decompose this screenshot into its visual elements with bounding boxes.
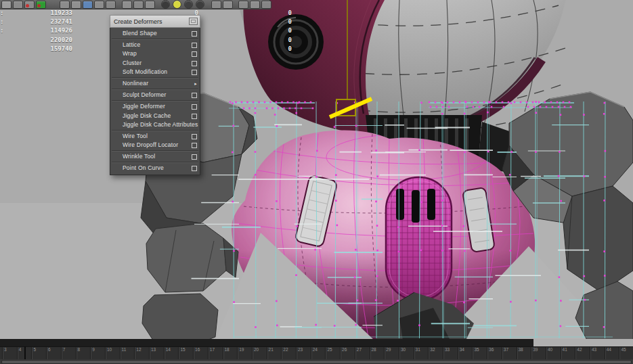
timeline-frame-14[interactable]: 14 [164,347,179,360]
timeline-frame-11[interactable]: 11 [120,347,135,360]
hud-value [0,36,5,45]
timeline-frame-label: 22 [283,347,288,352]
time-slider[interactable]: 3456789101112131415161718192021222324252… [0,346,633,361]
timeline-frame-43[interactable]: 43 [590,347,605,360]
toolbar-icon-8[interactable] [94,1,104,9]
menu-title-bar[interactable]: Create Deformers [110,15,200,28]
toolbar-icon-21[interactable] [261,1,271,9]
timeline-frame-38[interactable]: 38 [517,347,532,360]
toolbar-icon-20[interactable] [250,1,260,9]
menu-item-jiggle-deformer[interactable]: Jiggle Deformer [110,102,200,111]
timeline-frame-42[interactable]: 42 [575,347,590,360]
option-box-icon[interactable] [192,154,197,160]
toolbar-icon-17[interactable] [211,1,221,9]
timeline-frame-15[interactable]: 15 [178,347,194,360]
toolbar-icon-15[interactable] [184,0,193,9]
timeline-frame-17[interactable]: 17 [208,347,223,360]
timeline-frame-44[interactable]: 44 [605,347,620,360]
timeline-frame-16[interactable]: 16 [193,347,209,360]
timeline-frame-35[interactable]: 35 [472,347,487,360]
timeline-frame-19[interactable]: 19 [237,347,253,360]
menu-item-nonlinear[interactable]: Nonlinear▸ [110,79,200,88]
timeline-frame-29[interactable]: 29 [384,347,399,360]
range-slider-bar[interactable] [1,360,632,364]
timeline-frame-41[interactable]: 41 [561,347,576,360]
timeline-frame-26[interactable]: 26 [340,347,355,360]
menu-item-blend-shape[interactable]: Blend Shape [110,29,200,38]
timeline-frame-21[interactable]: 21 [267,347,282,360]
toolbar-icon-1[interactable] [1,1,12,9]
timeline-frame-33[interactable]: 33 [443,347,458,360]
toolbar-icon-12[interactable] [145,1,155,9]
menu-item-jiggle-disk-cache-attributes[interactable]: Jiggle Disk Cache Attributes [110,120,200,129]
menu-item-sculpt-deformer[interactable]: Sculpt Deformer [110,91,200,99]
option-box-icon[interactable] [192,51,197,57]
option-box-icon[interactable] [192,43,197,48]
toolbar-icon-2[interactable] [13,1,23,9]
option-box-icon[interactable] [192,93,197,98]
menu-item-wrinkle-tool[interactable]: Wrinkle Tool [110,152,200,161]
toolbar-icon-5[interactable] [60,1,70,9]
timeline-frame-28[interactable]: 28 [370,347,385,360]
timeline-frame-13[interactable]: 13 [149,347,165,360]
menu-item-jiggle-disk-cache[interactable]: Jiggle Disk Cache [110,112,200,120]
option-box-icon[interactable] [192,143,197,148]
toolbar-icon-18[interactable] [223,1,233,9]
timeline-frame-27[interactable]: 27 [355,347,370,360]
toolbar-icon-11[interactable] [133,1,144,9]
option-box-icon[interactable] [192,134,197,139]
timeline-frame-5[interactable]: 5 [31,347,47,360]
timeline-frame-label: 28 [372,347,376,352]
menu-item-lattice[interactable]: Lattice [110,41,200,49]
menu-item-soft-modification[interactable]: Soft Modification [110,68,200,76]
timeline-frame-40[interactable]: 40 [546,347,561,360]
timeline-frame-30[interactable]: 30 [399,347,414,360]
option-box-icon[interactable] [192,70,197,75]
menu-item-point-on-curve[interactable]: Point On Curve [110,164,200,173]
toolbar-icon-13[interactable] [161,0,170,9]
option-box-icon[interactable] [192,61,197,66]
menu-item-wire-tool[interactable]: Wire Tool [110,132,200,141]
timeline-frame-36[interactable]: 36 [487,347,502,360]
timeline-frame-18[interactable]: 18 [223,347,238,360]
timeline-frame-20[interactable]: 20 [252,347,267,360]
toolbar-icon-7[interactable] [83,1,93,9]
timeline-frame-25[interactable]: 25 [325,347,341,360]
timeline-frame-7[interactable]: 7 [61,347,77,360]
toolbar-icon-19[interactable] [238,1,248,9]
option-box-icon[interactable] [192,104,197,110]
toolbar-icon-4[interactable] [36,1,46,9]
timeline-frame-45[interactable]: 45 [619,347,633,360]
timeline-frame-9[interactable]: 9 [90,347,106,360]
toolbar-icon-9[interactable] [106,1,116,9]
timeline-frame-37[interactable]: 37 [502,347,517,360]
option-box-icon[interactable] [192,166,197,171]
menu-item-wire-dropoff-locator[interactable]: Wire Dropoff Locator [110,141,200,150]
toolbar-icon-3[interactable] [24,1,35,9]
option-box-icon[interactable] [192,114,197,119]
menu-close-button[interactable] [189,18,198,25]
timeline-frame-23[interactable]: 23 [296,347,311,360]
menu-item-wrap[interactable]: Wrap [110,49,200,58]
timeline-frame-31[interactable]: 31 [414,347,429,360]
range-slider[interactable] [0,359,633,364]
timeline-frame-22[interactable]: 22 [281,347,297,360]
timeline-frame-8[interactable]: 8 [76,347,91,360]
toolbar-icon-16[interactable] [196,0,204,9]
timeline-frame-34[interactable]: 34 [458,347,473,360]
toolbar-icon-6[interactable] [71,1,81,9]
timeline-frame-label: 39 [533,347,538,352]
timeline-frame-6[interactable]: 6 [46,347,62,360]
chest-slot-1 [396,189,404,220]
ground-shadow [0,339,533,346]
toolbar-icon-14[interactable] [173,0,181,9]
option-box-icon[interactable] [192,31,197,37]
timeline-frame-39[interactable]: 39 [531,347,546,360]
timeline-frame-32[interactable]: 32 [428,347,443,360]
timeline-frame-3[interactable]: 3 [2,347,18,360]
timeline-frame-24[interactable]: 24 [311,347,326,360]
menu-item-cluster[interactable]: Cluster [110,59,200,68]
timeline-frame-10[interactable]: 10 [105,347,121,360]
toolbar-icon-10[interactable] [122,1,132,9]
timeline-frame-12[interactable]: 12 [134,347,150,360]
